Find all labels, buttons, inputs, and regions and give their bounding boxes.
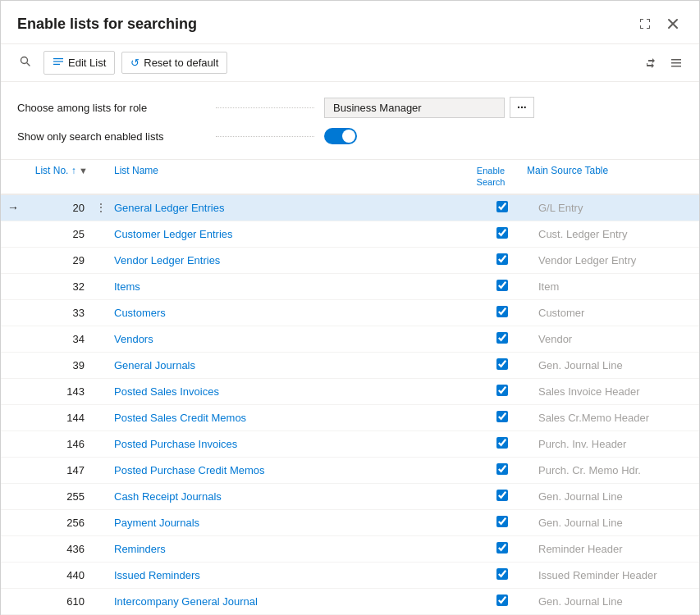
row-arrow xyxy=(1,230,25,237)
table-row[interactable]: 255Cash Receipt JournalsGen. Journal Lin… xyxy=(1,484,699,510)
row-enable-search-cell xyxy=(469,329,535,349)
row-enable-search-checkbox[interactable] xyxy=(496,306,508,317)
row-list-no: 147 xyxy=(25,461,91,480)
row-enable-search-cell xyxy=(469,381,535,402)
role-label: Choose among lists for role xyxy=(17,102,206,114)
table-row[interactable]: 610Intercompany General JournalGen. Jour… xyxy=(1,589,699,615)
table-row[interactable]: 146Posted Purchase InvoicesPurch. Inv. H… xyxy=(1,431,699,458)
table-row[interactable]: 256Payment JournalsGen. Journal Line xyxy=(1,510,699,536)
row-enable-search-checkbox[interactable] xyxy=(496,411,508,422)
row-main-source: Issued Reminder Header xyxy=(535,566,699,585)
row-list-name[interactable]: Vendors xyxy=(111,330,469,348)
row-arrow xyxy=(1,414,25,421)
table-row[interactable]: 34VendorsVendor xyxy=(1,326,699,353)
row-drag-handle[interactable]: ⋮ xyxy=(91,198,111,217)
row-drag-handle[interactable] xyxy=(91,257,111,263)
row-drag-handle[interactable] xyxy=(91,467,111,473)
row-enable-search-checkbox[interactable] xyxy=(496,227,508,239)
svg-rect-1 xyxy=(53,58,63,59)
row-list-name[interactable]: Posted Sales Invoices xyxy=(111,382,469,401)
edit-list-button[interactable]: Edit List xyxy=(43,51,115,75)
row-main-source: Item xyxy=(535,277,699,296)
table-row[interactable]: 33CustomersCustomer xyxy=(1,300,699,326)
row-drag-handle[interactable] xyxy=(91,335,111,342)
table-row[interactable]: 436RemindersReminder Header xyxy=(1,536,699,563)
row-list-name[interactable]: Items xyxy=(111,277,469,296)
row-enable-search-cell xyxy=(469,198,535,218)
row-list-name[interactable]: Reminders xyxy=(111,540,469,558)
row-enable-search-checkbox[interactable] xyxy=(496,437,508,449)
row-enable-search-checkbox[interactable] xyxy=(496,280,508,291)
table-row[interactable]: 39General JournalsGen. Journal Line xyxy=(1,353,699,379)
row-arrow xyxy=(1,545,25,552)
row-list-name[interactable]: Issued Reminders xyxy=(111,566,469,585)
row-list-name[interactable]: Customers xyxy=(111,303,469,322)
row-enable-search-checkbox[interactable] xyxy=(496,594,508,606)
role-input[interactable]: Business Manager xyxy=(324,98,505,118)
row-list-name[interactable]: General Journals xyxy=(111,356,469,375)
row-drag-handle[interactable] xyxy=(91,388,111,394)
row-drag-handle[interactable] xyxy=(91,283,111,289)
row-drag-handle[interactable] xyxy=(91,493,111,499)
table-row[interactable]: 440Issued RemindersIssued Reminder Heade… xyxy=(1,563,699,589)
row-main-source: Vendor Ledger Entry xyxy=(535,251,699,270)
row-enable-search-checkbox[interactable] xyxy=(496,490,508,501)
role-more-button[interactable]: ··· xyxy=(510,97,534,118)
table-row[interactable]: 29Vendor Ledger EntriesVendor Ledger Ent… xyxy=(1,248,699,274)
row-list-name[interactable]: Intercompany General Journal xyxy=(111,592,469,611)
row-enable-search-checkbox[interactable] xyxy=(496,201,508,212)
close-button[interactable] xyxy=(663,14,683,34)
reset-button[interactable]: ↺ Reset to default xyxy=(121,52,227,74)
row-drag-handle[interactable] xyxy=(91,309,111,316)
row-list-name[interactable]: Posted Purchase Credit Memos xyxy=(111,461,469,480)
row-enable-search-checkbox[interactable] xyxy=(496,516,508,527)
row-enable-search-checkbox[interactable] xyxy=(496,463,508,475)
row-enable-search-checkbox[interactable] xyxy=(496,568,508,580)
table-row[interactable]: 147Posted Purchase Credit MemosPurch. Cr… xyxy=(1,458,699,484)
row-list-name[interactable]: Cash Receipt Journals xyxy=(111,487,469,506)
role-select-wrap: Business Manager ··· xyxy=(324,97,534,118)
expand-button[interactable] xyxy=(635,14,655,34)
row-enable-search-cell xyxy=(469,224,535,244)
row-enable-search-checkbox[interactable] xyxy=(496,253,508,265)
th-drag xyxy=(91,160,111,194)
row-main-source: G/L Entry xyxy=(535,198,699,217)
row-drag-handle[interactable] xyxy=(91,519,111,526)
row-drag-handle[interactable] xyxy=(91,572,111,578)
row-list-name[interactable]: General Ledger Entries xyxy=(111,198,469,217)
row-drag-handle[interactable] xyxy=(91,362,111,368)
table-row[interactable]: 144Posted Sales Credit MemosSales Cr.Mem… xyxy=(1,405,699,431)
row-enable-search-checkbox[interactable] xyxy=(496,332,508,344)
table-row[interactable]: 143Posted Sales InvoicesSales Invoice He… xyxy=(1,379,699,405)
row-list-name[interactable]: Posted Sales Credit Memos xyxy=(111,408,469,427)
row-drag-handle[interactable] xyxy=(91,414,111,421)
show-enabled-toggle[interactable] xyxy=(324,128,357,144)
row-drag-handle[interactable] xyxy=(91,598,111,604)
row-list-no: 39 xyxy=(25,356,91,375)
row-drag-handle[interactable] xyxy=(91,545,111,552)
table-row[interactable]: 32ItemsItem xyxy=(1,274,699,300)
row-enable-search-checkbox[interactable] xyxy=(496,542,508,554)
row-drag-handle[interactable] xyxy=(91,230,111,237)
row-list-name[interactable]: Payment Journals xyxy=(111,513,469,532)
columns-button[interactable] xyxy=(666,53,686,73)
row-enable-search-cell xyxy=(469,539,535,559)
row-enable-search-cell xyxy=(469,434,535,454)
row-main-source: Reminder Header xyxy=(535,540,699,558)
row-list-name[interactable]: Posted Purchase Invoices xyxy=(111,435,469,453)
table-row[interactable]: →20⋮General Ledger EntriesG/L Entry xyxy=(1,195,699,221)
row-arrow xyxy=(1,467,25,473)
reset-label: Reset to default xyxy=(144,57,218,69)
row-arrow xyxy=(1,335,25,342)
row-list-name[interactable]: Vendor Ledger Entries xyxy=(111,251,469,270)
row-enable-search-checkbox[interactable] xyxy=(496,385,508,396)
th-list-no[interactable]: List No. ↑ ▼ xyxy=(25,160,91,194)
table-row[interactable]: 25Customer Ledger EntriesCust. Ledger En… xyxy=(1,221,699,248)
row-list-name[interactable]: Customer Ledger Entries xyxy=(111,225,469,244)
row-list-no: 436 xyxy=(25,540,91,558)
row-enable-search-checkbox[interactable] xyxy=(496,358,508,370)
toolbar: Edit List ↺ Reset to default xyxy=(1,44,699,82)
row-drag-handle[interactable] xyxy=(91,440,111,447)
share-button[interactable] xyxy=(640,53,660,73)
row-arrow xyxy=(1,440,25,447)
